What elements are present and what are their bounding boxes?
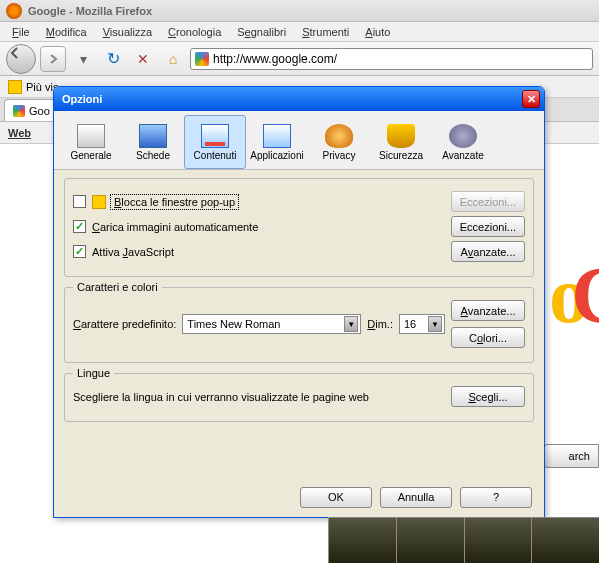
reload-button[interactable]: ↻ [100, 46, 126, 72]
enable-js-label: Attiva JavaScript [92, 246, 174, 258]
sidebar-web-label[interactable]: Web [8, 127, 31, 139]
menu-view[interactable]: Visualizza [95, 24, 160, 40]
advanced-icon [449, 124, 477, 148]
close-icon: ✕ [527, 93, 536, 106]
cancel-button[interactable]: Annulla [380, 487, 452, 508]
url-input[interactable] [213, 52, 588, 66]
fonts-advanced-button[interactable]: Avanzate... [451, 300, 525, 321]
applications-icon [263, 124, 291, 148]
back-icon [7, 45, 23, 61]
js-advanced-button[interactable]: Avanzate... [451, 241, 525, 262]
general-icon [77, 124, 105, 148]
cat-sicurezza[interactable]: Sicurezza [370, 115, 432, 169]
window-titlebar: Google - Mozilla Firefox [0, 0, 599, 22]
size-select[interactable]: 16 ▼ [399, 314, 445, 334]
languages-desc: Scegliere la lingua in cui verranno visu… [73, 391, 369, 403]
tab-favicon-icon [13, 105, 25, 117]
dropdown-icon: ▼ [344, 316, 358, 332]
ok-button[interactable]: OK [300, 487, 372, 508]
images-exceptions-button[interactable]: Eccezioni... [451, 216, 525, 237]
google-favicon-icon [195, 52, 209, 66]
search-button-fragment[interactable]: arch [544, 444, 599, 468]
home-button[interactable]: ⌂ [160, 46, 186, 72]
privacy-icon [325, 124, 353, 148]
close-button[interactable]: ✕ [522, 90, 540, 108]
fonts-legend: Caratteri e colori [73, 281, 162, 293]
dialog-footer: OK Annulla ? [54, 477, 544, 517]
firefox-icon [6, 3, 22, 19]
choose-language-button[interactable]: Scegli... [451, 386, 525, 407]
menu-help[interactable]: Aiuto [357, 24, 398, 40]
size-label: Dim.: [367, 318, 393, 330]
dropdown-history[interactable]: ▾ [70, 46, 96, 72]
languages-legend: Lingue [73, 367, 114, 379]
bookmark-icon [8, 80, 22, 94]
font-select[interactable]: Times New Roman ▼ [182, 314, 361, 334]
page-content: o C [539, 150, 599, 350]
category-bar: Generale Schede Contenuti Applicazioni P… [54, 111, 544, 170]
colors-button[interactable]: Colori... [451, 327, 525, 348]
load-images-label: Carica immagini automaticamente [92, 221, 258, 233]
load-images-checkbox[interactable] [73, 220, 86, 233]
google-logo-part: C [571, 250, 599, 341]
nav-toolbar: ▾ ↻ ✕ ⌂ [0, 42, 599, 76]
cat-generale[interactable]: Generale [60, 115, 122, 169]
dialog-body: Blocca le finestre pop-up Eccezioni... C… [54, 170, 544, 477]
url-bar[interactable] [190, 48, 593, 70]
popup-exceptions-button[interactable]: Eccezioni... [451, 191, 525, 212]
dialog-titlebar[interactable]: Opzioni ✕ [54, 87, 544, 111]
menu-edit[interactable]: Modifica [38, 24, 95, 40]
menubar: File Modifica Visualizza Cronologia Segn… [0, 22, 599, 42]
tabs-icon [139, 124, 167, 148]
forward-button[interactable] [40, 46, 66, 72]
popup-group: Blocca le finestre pop-up Eccezioni... C… [64, 178, 534, 277]
fonts-group: Caratteri e colori Carattere predefinito… [64, 287, 534, 363]
menu-file[interactable]: File [4, 24, 38, 40]
dropdown-icon: ▼ [428, 316, 442, 332]
menu-history[interactable]: Cronologia [160, 24, 229, 40]
languages-group: Lingue Scegliere la lingua in cui verran… [64, 373, 534, 422]
tab-google[interactable]: Goo [4, 99, 59, 121]
cat-contenuti[interactable]: Contenuti [184, 115, 246, 169]
security-icon [387, 124, 415, 148]
options-dialog: Opzioni ✕ Generale Schede Contenuti Appl… [53, 86, 545, 518]
window-title: Google - Mozilla Firefox [28, 5, 152, 17]
cat-schede[interactable]: Schede [122, 115, 184, 169]
block-popup-label: Blocca le finestre pop-up [112, 196, 237, 208]
cat-avanzate[interactable]: Avanzate [432, 115, 494, 169]
default-font-label: Carattere predefinito: [73, 318, 176, 330]
cat-applicazioni[interactable]: Applicazioni [246, 115, 308, 169]
tab-label: Goo [29, 105, 50, 117]
forward-icon [47, 53, 59, 65]
menu-bookmarks[interactable]: Segnalibri [229, 24, 294, 40]
block-popup-checkbox[interactable] [73, 195, 86, 208]
help-button[interactable]: ? [460, 487, 532, 508]
menu-tools[interactable]: Strumenti [294, 24, 357, 40]
size-value: 16 [404, 318, 416, 330]
cat-privacy[interactable]: Privacy [308, 115, 370, 169]
popup-icon [92, 195, 106, 209]
dialog-title: Opzioni [58, 93, 102, 105]
bottom-image-strip [328, 517, 599, 563]
content-icon [201, 124, 229, 148]
stop-button[interactable]: ✕ [130, 46, 156, 72]
enable-js-checkbox[interactable] [73, 245, 86, 258]
back-button[interactable] [6, 44, 36, 74]
font-value: Times New Roman [187, 318, 280, 330]
